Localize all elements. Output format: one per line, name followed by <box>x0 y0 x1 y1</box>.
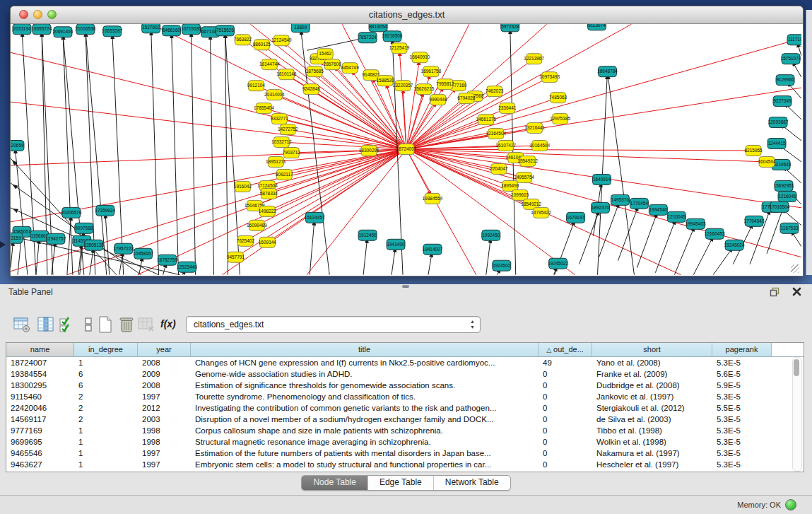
graph-node[interactable]: 1244415 <box>767 139 786 149</box>
graph-node[interactable]: 9129966 <box>776 75 794 86</box>
black-edge[interactable] <box>655 217 676 273</box>
graph-node[interactable]: 19245024 <box>724 240 745 250</box>
graph-node[interactable]: 17957223 <box>113 243 134 254</box>
graph-node[interactable]: 1875685 <box>306 66 324 77</box>
selection-mode-icon[interactable] <box>58 315 76 334</box>
graph-node[interactable]: 19245022 <box>548 258 568 269</box>
graph-node[interactable]: 16107427 <box>495 141 516 151</box>
graph-node[interactable]: 8113074 <box>588 24 606 30</box>
column-header-out-degree[interactable]: △out_de... <box>539 343 592 356</box>
graph-node[interactable]: 20206576 <box>61 207 81 218</box>
graph-node[interactable]: 7663822 <box>234 35 252 45</box>
table-row[interactable]: 911546021997Tourette syndrome. Phenomeno… <box>6 391 804 402</box>
graph-node[interactable]: 21016538 <box>75 24 95 35</box>
new-column-icon[interactable] <box>96 315 114 334</box>
table-options-icon[interactable] <box>13 315 31 334</box>
graph-node[interactable]: 13809 <box>291 24 310 33</box>
graph-node[interactable]: 6466160 <box>163 25 181 36</box>
graph-node[interactable]: 1498222 <box>259 206 277 216</box>
graph-node[interactable]: 7955812 <box>436 79 454 90</box>
graph-node[interactable]: 7857224 <box>358 33 377 43</box>
graph-node[interactable]: 10653287 <box>102 26 122 37</box>
graph-node[interactable]: 15134457 <box>305 212 325 223</box>
network-canvas[interactable]: 2031134190557242069140621016538106532871… <box>11 24 801 275</box>
graph-node[interactable]: 5878334 <box>260 188 278 199</box>
table-row[interactable]: 977716911998Corpus callosum shape and si… <box>6 425 804 436</box>
graph-node[interactable]: 12093887 <box>768 117 789 128</box>
graph-node[interactable]: 20314004 <box>264 90 285 100</box>
network-view-window[interactable]: citations_edges.txt 20311341905572420691… <box>10 6 804 276</box>
graph-node[interactable]: 1892370 <box>592 202 610 213</box>
splitter-handle[interactable] <box>402 285 409 288</box>
delete-column-icon[interactable] <box>117 315 136 334</box>
graph-node[interactable]: 12213967 <box>524 54 544 64</box>
graph-node[interactable]: 1992450 <box>482 230 500 240</box>
graph-node[interactable]: 2204047 <box>490 163 508 174</box>
graph-node[interactable]: 17704543 <box>744 216 765 226</box>
graph-node[interactable]: 9227349 <box>773 96 792 107</box>
graph-node[interactable]: 10973493 <box>539 72 560 83</box>
red-edge[interactable] <box>406 149 476 275</box>
column-header-year[interactable]: year <box>138 343 191 356</box>
window-titlebar[interactable]: citations_edges.txt <box>11 6 803 24</box>
graph-node[interactable]: 19384554 <box>423 193 443 204</box>
black-edge[interactable] <box>607 71 634 274</box>
black-edge[interactable] <box>192 29 196 274</box>
black-edge[interactable] <box>210 32 213 274</box>
graph-node[interactable]: 15692951 <box>774 180 794 191</box>
red-edge[interactable] <box>281 142 406 149</box>
table-row[interactable]: 1938455462009Genome-wide association stu… <box>6 368 804 380</box>
graph-node[interactable]: 8454749 <box>341 63 360 74</box>
graph-node[interactable]: 13220357 <box>393 81 413 91</box>
graph-node[interactable]: 1679197 <box>567 212 585 223</box>
graph-node[interactable]: 1117104 <box>787 35 801 45</box>
black-edge[interactable] <box>307 37 366 50</box>
graph-node[interactable]: 1912450 <box>358 230 377 240</box>
graph-node[interactable]: 2336441 <box>498 103 517 114</box>
row-height-icon[interactable] <box>79 315 98 334</box>
graph-node[interactable]: 6794028 <box>457 93 476 104</box>
black-edge[interactable] <box>151 28 159 274</box>
column-header-in-degree[interactable]: in_degree <box>74 343 138 356</box>
black-edge[interactable] <box>363 235 367 275</box>
graph-node[interactable]: 393159 <box>11 233 23 243</box>
graph-node[interactable]: 1167533 <box>780 223 799 233</box>
graph-node[interactable]: 19945403 <box>686 218 706 229</box>
graph-node[interactable]: 7903712 <box>283 148 301 158</box>
red-edge[interactable] <box>11 102 406 149</box>
black-edge[interactable] <box>486 235 491 275</box>
show-columns-icon[interactable] <box>37 315 55 334</box>
table-row[interactable]: 1456911722003Disruption of a novel membe… <box>6 414 804 425</box>
graph-node[interactable]: 16782759 <box>157 255 177 265</box>
graph-node[interactable]: 9097588 <box>75 223 93 233</box>
close-panel-icon[interactable] <box>792 286 802 297</box>
tab-node-table[interactable]: Node Table <box>302 476 368 490</box>
tab-network-table[interactable]: Network Table <box>434 476 510 490</box>
black-edge[interactable] <box>67 213 71 275</box>
graph-node[interactable]: 14795422 <box>531 207 551 218</box>
graph-node[interactable]: 10164504 <box>529 141 550 151</box>
graph-node[interactable]: 12125419 <box>389 43 410 54</box>
graph-node[interactable]: 9990448 <box>429 95 447 105</box>
graph-node[interactable]: 10332712 <box>271 137 292 148</box>
graph-node[interactable]: 7515526 <box>216 25 234 36</box>
graph-node[interactable]: 1588520 <box>376 76 394 86</box>
graph-node[interactable]: 15462 <box>317 49 333 59</box>
graph-node[interactable]: 1770454 <box>630 198 648 209</box>
graph-node[interactable]: 17016504 <box>770 201 790 212</box>
graph-node[interactable]: 9242848 <box>302 84 321 95</box>
graph-node[interactable]: 7485063 <box>549 93 567 103</box>
column-header-pagerank[interactable]: pagerank <box>712 343 772 356</box>
graph-node[interactable]: 1216046 <box>778 191 796 201</box>
black-edge[interactable] <box>172 30 179 274</box>
graph-node[interactable]: 10958167 <box>133 248 153 259</box>
graph-node[interactable]: 9912104 <box>247 81 266 91</box>
red-edge[interactable] <box>406 149 767 162</box>
graph-node[interactable]: 1640914 <box>593 174 611 185</box>
table-row[interactable]: 1830029562008Estimation of significance … <box>6 380 804 391</box>
graph-node[interactable]: 7625402 <box>237 235 255 246</box>
graph-node[interactable]: 12942757 <box>45 233 66 244</box>
table-row[interactable]: 946362711997Embryonic stem cells: a mode… <box>6 459 804 470</box>
graph-node[interactable]: 18724007 <box>396 144 417 155</box>
column-header-short[interactable]: short <box>592 343 712 356</box>
